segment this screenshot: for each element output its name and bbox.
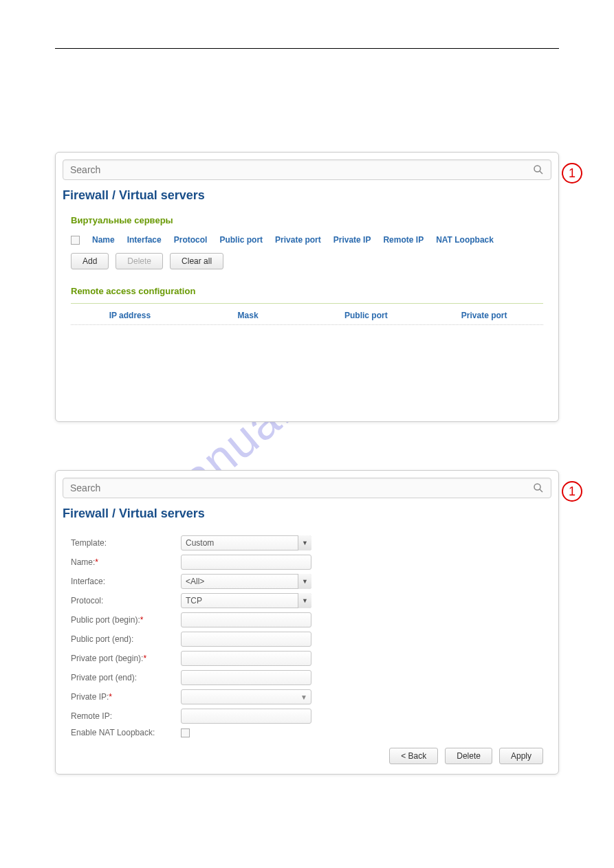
svg-point-2 xyxy=(534,484,540,490)
template-select[interactable]: Custom ▼ xyxy=(181,535,311,550)
row-protocol: Protocol: TCP ▼ xyxy=(63,591,551,610)
private-ip-combo[interactable]: ▼ xyxy=(181,689,311,704)
label-priv-ip: Private IP:* xyxy=(71,692,181,702)
svg-line-1 xyxy=(540,171,542,174)
nat-loopback-checkbox[interactable] xyxy=(181,728,190,737)
interface-value: <All> xyxy=(181,574,311,589)
row-nat-loopback: Enable NAT Loopback: xyxy=(63,726,551,739)
private-port-end-input[interactable] xyxy=(181,670,311,685)
col-protocol: Protocol xyxy=(174,235,208,245)
remote-ip-input[interactable] xyxy=(181,709,311,724)
col-remote-ip: Remote IP xyxy=(383,235,424,245)
chevron-down-icon[interactable]: ▼ xyxy=(298,535,311,550)
col-private-ip: Private IP xyxy=(333,235,371,245)
breadcrumb: Firewall / Virtual servers xyxy=(63,188,551,203)
callout-badge: 1 xyxy=(562,163,582,183)
col-name: Name xyxy=(92,235,115,245)
col-private-port-2: Private port xyxy=(425,311,543,320)
col-private-port: Private port xyxy=(275,235,321,245)
search-bar-2[interactable] xyxy=(63,478,551,498)
panel-form: 1 Firewall / Virtual servers Template: C… xyxy=(55,470,559,775)
search-icon-2[interactable] xyxy=(533,482,544,493)
label-nat: Enable NAT Loopback: xyxy=(71,728,181,737)
select-all-checkbox[interactable] xyxy=(71,236,80,245)
chevron-down-icon[interactable]: ▼ xyxy=(298,593,311,608)
public-port-end-input[interactable] xyxy=(181,632,311,647)
table-button-row: Add Delete Clear all xyxy=(63,249,551,274)
back-button[interactable]: < Back xyxy=(389,748,438,764)
private-ip-value xyxy=(181,689,311,704)
apply-button[interactable]: Apply xyxy=(499,748,543,764)
interface-select[interactable]: <All> ▼ xyxy=(181,574,311,589)
col-nat-loopback: NAT Loopback xyxy=(436,235,494,245)
name-input[interactable] xyxy=(181,555,311,570)
col-public-port-2: Public port xyxy=(307,311,426,320)
row-name: Name:* xyxy=(63,553,551,572)
section-remote-access: Remote access configuration xyxy=(71,286,551,296)
delete-button-2[interactable]: Delete xyxy=(445,748,492,764)
panel-overview: 1 Firewall / Virtual servers Виртуальные… xyxy=(55,152,559,422)
col-mask: Mask xyxy=(189,311,307,320)
label-protocol: Protocol: xyxy=(71,596,181,605)
protocol-value: TCP xyxy=(181,593,311,608)
form-button-row: < Back Delete Apply xyxy=(63,739,551,767)
add-button[interactable]: Add xyxy=(71,253,109,269)
public-port-begin-input[interactable] xyxy=(181,612,311,627)
label-template: Template: xyxy=(71,538,181,548)
chevron-down-icon[interactable]: ▼ xyxy=(298,574,311,589)
search-bar[interactable] xyxy=(63,159,551,180)
section-divider xyxy=(71,303,543,304)
section-virtual-servers: Виртуальные серверы xyxy=(71,215,551,225)
page-top-rule xyxy=(55,48,559,49)
label-pub-begin: Public port (begin):* xyxy=(71,615,181,625)
row-public-port-begin: Public port (begin):* xyxy=(63,610,551,630)
remote-access-header: IP address Mask Public port Private port xyxy=(71,307,543,325)
delete-button[interactable]: Delete xyxy=(116,253,163,269)
chevron-down-icon[interactable]: ▼ xyxy=(300,693,307,701)
col-public-port: Public port xyxy=(219,235,263,245)
svg-point-0 xyxy=(534,166,540,172)
row-private-port-begin: Private port (begin):* xyxy=(63,649,551,668)
callout-badge-2: 1 xyxy=(562,481,582,502)
search-input[interactable] xyxy=(70,164,533,175)
label-pub-end: Public port (end): xyxy=(71,634,181,644)
protocol-select[interactable]: TCP ▼ xyxy=(181,593,311,608)
template-value: Custom xyxy=(181,535,311,550)
row-private-ip: Private IP:* ▼ xyxy=(63,687,551,706)
col-interface: Interface xyxy=(127,235,162,245)
empty-area xyxy=(63,325,551,414)
label-interface: Interface: xyxy=(71,577,181,586)
col-ip-address: IP address xyxy=(71,311,189,320)
search-icon[interactable] xyxy=(533,164,544,175)
private-port-begin-input[interactable] xyxy=(181,651,311,666)
row-remote-ip: Remote IP: xyxy=(63,706,551,726)
virtual-servers-header: Name Interface Protocol Public port Priv… xyxy=(63,231,551,249)
label-name: Name:* xyxy=(71,557,181,567)
breadcrumb-2: Firewall / Virtual servers xyxy=(63,507,551,521)
svg-line-3 xyxy=(540,489,542,492)
row-interface: Interface: <All> ▼ xyxy=(63,572,551,591)
label-priv-end: Private port (end): xyxy=(71,673,181,682)
row-template: Template: Custom ▼ xyxy=(63,533,551,553)
label-priv-begin: Private port (begin):* xyxy=(71,654,181,663)
search-input-2[interactable] xyxy=(70,482,533,493)
clear-all-button[interactable]: Clear all xyxy=(170,253,223,269)
label-remote-ip: Remote IP: xyxy=(71,711,181,721)
row-public-port-end: Public port (end): xyxy=(63,630,551,649)
row-private-port-end: Private port (end): xyxy=(63,668,551,687)
